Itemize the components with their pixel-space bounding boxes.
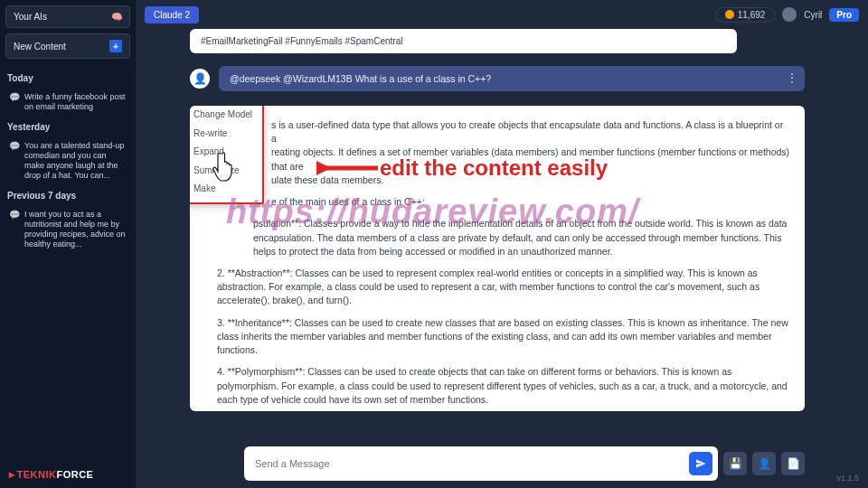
main-panel: Claude 2 11,692 Cyril Pro #EmailMarketin… [136, 0, 868, 488]
pro-badge[interactable]: Pro [829, 8, 859, 22]
brand-caret-icon: ▸ [9, 468, 15, 481]
profile-button[interactable]: 👤 [752, 452, 776, 475]
version-label: v1.1.5 [836, 474, 859, 483]
ctx-rewrite[interactable]: Re-write [190, 125, 262, 144]
coin-balance[interactable]: 11,692 [715, 7, 776, 23]
new-content-label: New Content [14, 42, 66, 52]
answer-line: s is a user-defined data type that allow… [217, 118, 790, 145]
prompt-menu-icon[interactable]: ⋮ [787, 71, 797, 84]
chat-icon: 💬 [9, 141, 20, 182]
message-input[interactable] [255, 458, 689, 469]
ais-icon: 🧠 [111, 12, 122, 22]
scrollbar-thumb[interactable] [131, 70, 135, 151]
answer-line: psulation**: Classes provide a way to hi… [217, 217, 790, 258]
list-item[interactable]: 💬 Write a funny facebook post on email m… [0, 87, 136, 118]
sidebar-item-label: Write a funny facebook post on email mar… [24, 92, 128, 113]
answer-line: reating objects. It defines a set of mem… [217, 145, 790, 173]
avatar[interactable] [782, 7, 797, 22]
your-ais-label: Your AIs [14, 12, 47, 22]
user-name: Cyril [804, 10, 822, 20]
sidebar: Your AIs 🧠 New Content + Today 💬 Write a… [0, 0, 136, 488]
chat-area: #EmailMarketingFail #FunnyEmails #SpamCe… [136, 25, 868, 488]
topbar: Claude 2 11,692 Cyril Pro [136, 0, 868, 25]
prompt-bubble: @deepseek @WizardLM13B What is a use of … [219, 66, 805, 91]
sidebar-item-label: I want you to act as a nutritionist and … [24, 210, 128, 250]
chat-icon: 💬 [9, 210, 20, 250]
context-menu: Change Model Re-write Expand Summarize M… [190, 106, 264, 204]
answer-line: 2. **Abstraction**: Classes can be used … [217, 267, 790, 308]
ctx-make[interactable]: Make [190, 180, 262, 199]
ctx-change-model[interactable]: Change Model [190, 106, 262, 125]
send-button[interactable] [689, 452, 712, 475]
section-yesterday: Yesterday [0, 118, 136, 136]
hashtag-card: #EmailMarketingFail #FunnyEmails #SpamCe… [190, 29, 737, 53]
your-ais-button[interactable]: Your AIs 🧠 [5, 5, 130, 28]
list-item[interactable]: 💬 I want you to act as a nutritionist an… [0, 204, 136, 256]
user-avatar-icon: 👤 [190, 69, 210, 89]
topbar-right: 11,692 Cyril Pro [715, 7, 859, 23]
doc-button[interactable]: 📄 [781, 452, 805, 475]
answer-line: ulate these data members. [217, 174, 790, 187]
section-prev7: Previous 7 days [0, 187, 136, 204]
new-content-button[interactable]: New Content + [5, 33, 130, 59]
model-selector[interactable]: Claude 2 [145, 6, 199, 23]
ctx-expand[interactable]: Expand [190, 143, 262, 162]
coin-value: 11,692 [738, 10, 766, 20]
plus-icon: + [109, 40, 122, 52]
save-button[interactable]: 💾 [723, 452, 747, 475]
ctx-summarize[interactable]: Summarize [190, 162, 262, 181]
answer-line: 3. **Inheritance**: Classes can be used … [217, 316, 790, 358]
coin-icon [725, 10, 734, 19]
prompt-row: 👤 @deepseek @WizardLM13B What is a use o… [190, 66, 805, 91]
sidebar-item-label: You are a talented stand-up comedian and… [24, 141, 128, 182]
chat-icon: 💬 [9, 92, 20, 113]
brand-logo: ▸TEKNIKFORCE [0, 461, 136, 488]
composer-input-wrap [244, 446, 718, 481]
composer: 💾 👤 📄 [136, 439, 868, 488]
app-root: Your AIs 🧠 New Content + Today 💬 Write a… [0, 0, 868, 488]
list-item[interactable]: 💬 You are a talented stand-up comedian a… [0, 136, 136, 187]
answer-card: Change Model Re-write Expand Summarize M… [190, 106, 805, 411]
sidebar-history: Today 💬 Write a funny facebook post on e… [0, 70, 136, 256]
prompt-text: @deepseek @WizardLM13B What is a use of … [230, 73, 491, 84]
section-today: Today [0, 70, 136, 87]
answer-line: 4. **Polymorphism**: Classes can be used… [217, 365, 790, 407]
answer-line: e of the main uses of a class in C++: [217, 195, 790, 209]
